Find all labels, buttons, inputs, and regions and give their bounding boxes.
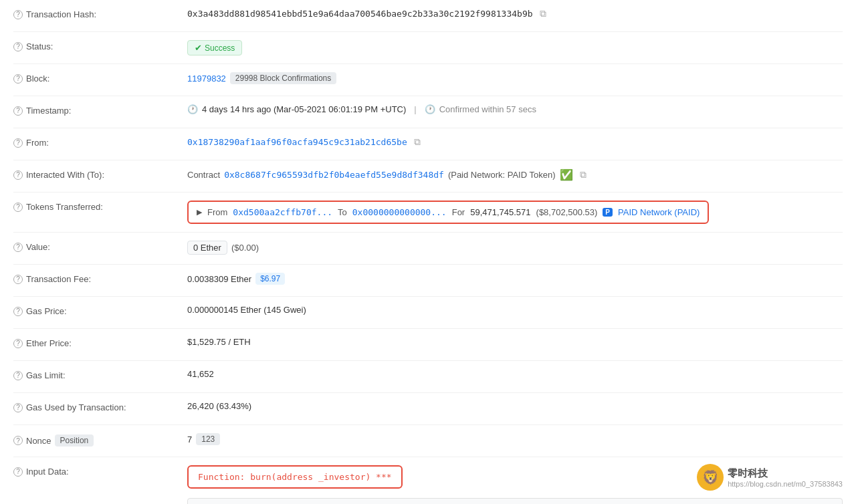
tx-hash-text: 0x3a483dd881d98541ebbd51e9a64daa700546ba… xyxy=(187,9,533,19)
tokens-transferred-row: ? Tokens Transferred: ▶ From 0xd500aa2cf… xyxy=(13,193,843,233)
contract-address-link[interactable]: 0x8c8687fc965593dfb2f0b4eaefd55e9d8df348… xyxy=(224,170,444,180)
token-amount: 59,471,745.571 xyxy=(470,207,530,217)
transaction-hash-row: ? Transaction Hash: 0x3a483dd881d98541eb… xyxy=(13,0,843,32)
gas-price-value: 0.000000145 Ether (145 Gwei) xyxy=(187,305,843,315)
help-icon-tokens[interactable]: ? xyxy=(13,203,23,212)
copy-txhash-icon[interactable]: ⧉ xyxy=(540,8,546,19)
help-icon-timestamp[interactable]: ? xyxy=(13,106,23,116)
gas-limit-value: 41,652 xyxy=(187,369,843,379)
ether-price-row: ? Ether Price: $1,529.75 / ETH xyxy=(13,329,843,361)
position-badge: Position xyxy=(55,434,94,447)
transaction-fee-value: 0.0038309 Ether $6.97 xyxy=(187,273,843,285)
ether-price-value: $1,529.75 / ETH xyxy=(187,337,843,347)
position-number: 123 xyxy=(196,433,220,445)
gas-price-row: ? Gas Price: 0.000000145 Ether (145 Gwei… xyxy=(13,297,843,329)
check-circle-icon: ✔ xyxy=(195,43,202,53)
value-usd: ($0.00) xyxy=(231,243,259,253)
block-number-link[interactable]: 11979832 xyxy=(187,74,226,84)
help-icon-txhash[interactable]: ? xyxy=(13,10,23,19)
transaction-fee-label: ? Transaction Fee: xyxy=(13,273,187,284)
from-value: 0x18738290af1aaf96f0acfa945c9c31ab21cd65… xyxy=(187,136,843,148)
copy-contract-icon[interactable]: ⧉ xyxy=(580,169,586,180)
from-address-link[interactable]: 0x18738290af1aaf96f0acfa945c9c31ab21cd65… xyxy=(187,137,407,147)
gas-price-text: 0.000000145 Ether (145 Gwei) xyxy=(187,305,306,315)
nonce-label: ? Nonce Position xyxy=(13,433,187,447)
help-icon-nonce[interactable]: ? xyxy=(13,436,23,445)
help-icon-interacted[interactable]: ? xyxy=(13,170,23,180)
help-icon-value[interactable]: ? xyxy=(13,243,23,252)
token-to-address[interactable]: 0x0000000000000... xyxy=(352,207,447,217)
transaction-hash-label: ? Transaction Hash: xyxy=(13,8,187,19)
transaction-fee-row: ? Transaction Fee: 0.0038309 Ether $6.97 xyxy=(13,265,843,297)
nonce-number: 7 xyxy=(187,434,192,445)
function-signature-box: Function: burn(address _investor) *** xyxy=(187,465,403,489)
paid-token-link[interactable]: PAID Network (PAID) xyxy=(618,207,700,217)
help-icon-ether-price[interactable]: ? xyxy=(13,339,23,348)
from-token-label: From xyxy=(207,207,227,217)
gas-used-text: 26,420 (63.43%) xyxy=(187,401,251,411)
status-row: ? Status: ✔ Success xyxy=(13,32,843,64)
status-badge: ✔ Success xyxy=(187,40,242,55)
watermark-icon: 🦁 xyxy=(697,464,724,491)
gas-limit-row: ? Gas Limit: 41,652 xyxy=(13,361,843,393)
gas-used-label: ? Gas Used by Transaction: xyxy=(13,401,187,412)
to-token-label: To xyxy=(338,207,347,217)
help-icon-from[interactable]: ? xyxy=(13,138,23,148)
timestamp-text: 4 days 14 hrs ago (Mar-05-2021 06:01:19 … xyxy=(202,104,406,114)
watermark: 🦁 零时科技 https://blog.csdn.net/m0_37583843 xyxy=(697,464,843,491)
help-icon-input[interactable]: ? xyxy=(13,467,23,477)
function-signature-text: Function: burn(address _investor) *** xyxy=(198,472,392,482)
tokens-transfer-box: ▶ From 0xd500aa2cffb70f... To 0x00000000… xyxy=(187,201,709,224)
transaction-details: ? Transaction Hash: 0x3a483dd881d98541eb… xyxy=(0,0,856,504)
watermark-info: 零时科技 https://blog.csdn.net/m0_37583843 xyxy=(728,467,843,488)
transaction-hash-value: 0x3a483dd881d98541ebbd51e9a64daa700546ba… xyxy=(187,8,843,19)
value-label: ? Value: xyxy=(13,241,187,252)
from-row: ? From: 0x18738290af1aaf96f0acfa945c9c31… xyxy=(13,128,843,160)
help-icon-fee[interactable]: ? xyxy=(13,275,23,284)
confirmed-text: Confirmed within 57 secs xyxy=(439,104,536,114)
help-icon-gas-price[interactable]: ? xyxy=(13,307,23,316)
gas-price-label: ? Gas Price: xyxy=(13,305,187,316)
arrow-right-icon: ▶ xyxy=(197,208,202,217)
nonce-row: ? Nonce Position 7 123 xyxy=(13,425,843,457)
gas-used-row: ? Gas Used by Transaction: 26,420 (63.43… xyxy=(13,393,843,425)
interacted-with-row: ? Interacted With (To): Contract 0x8c868… xyxy=(13,160,843,193)
timestamp-row: ? Timestamp: 🕐 4 days 14 hrs ago (Mar-05… xyxy=(13,96,843,128)
help-icon-gas-used[interactable]: ? xyxy=(13,403,23,412)
help-icon-gas-limit[interactable]: ? xyxy=(13,371,23,380)
value-value: 0 Ether ($0.00) xyxy=(187,241,843,255)
fee-usd: $6.97 xyxy=(255,273,285,285)
ether-price-text: $1,529.75 / ETH xyxy=(187,337,251,347)
copy-from-icon[interactable]: ⧉ xyxy=(414,136,421,148)
token-usd-amount: ($8,702,500.53) xyxy=(536,207,598,217)
status-label: ? Status: xyxy=(13,40,187,51)
contract-name: (Paid Network: PAID Token) xyxy=(448,170,556,180)
paid-token-badge: P xyxy=(603,208,613,217)
help-icon-status[interactable]: ? xyxy=(13,42,23,51)
gas-used-value: 26,420 (63.43%) xyxy=(187,401,843,411)
clock-icon-2: 🕐 xyxy=(425,104,435,114)
contract-prefix: Contract xyxy=(187,170,220,180)
tokens-transferred-value: ▶ From 0xd500aa2cffb70f... To 0x00000000… xyxy=(187,201,843,224)
block-confirmations-badge: 29998 Block Confirmations xyxy=(230,72,336,84)
block-value: 11979832 29998 Block Confirmations xyxy=(187,72,843,84)
nonce-value: 7 123 xyxy=(187,433,843,445)
for-label: For xyxy=(452,207,465,217)
pipe-divider: | xyxy=(414,104,416,114)
ether-price-label: ? Ether Price: xyxy=(13,337,187,348)
interacted-with-value: Contract 0x8c8687fc965593dfb2f0b4eaefd55… xyxy=(187,168,843,181)
from-label: ? From: xyxy=(13,136,187,148)
watermark-brand: 零时科技 xyxy=(728,467,843,480)
timestamp-label: ? Timestamp: xyxy=(13,104,187,116)
help-icon-block[interactable]: ? xyxy=(13,74,23,84)
token-from-address[interactable]: 0xd500aa2cffb70f... xyxy=(233,207,332,217)
value-row: ? Value: 0 Ether ($0.00) xyxy=(13,233,843,265)
block-label: ? Block: xyxy=(13,72,187,84)
fee-ether: 0.0038309 Ether xyxy=(187,274,251,284)
interacted-with-label: ? Interacted With (To): xyxy=(13,168,187,180)
ether-amount-badge: 0 Ether xyxy=(187,241,227,255)
status-value: ✔ Success xyxy=(187,40,843,55)
clock-icon: 🕐 xyxy=(187,104,198,114)
gas-limit-text: 41,652 xyxy=(187,369,214,379)
block-row: ? Block: 11979832 29998 Block Confirmati… xyxy=(13,64,843,96)
